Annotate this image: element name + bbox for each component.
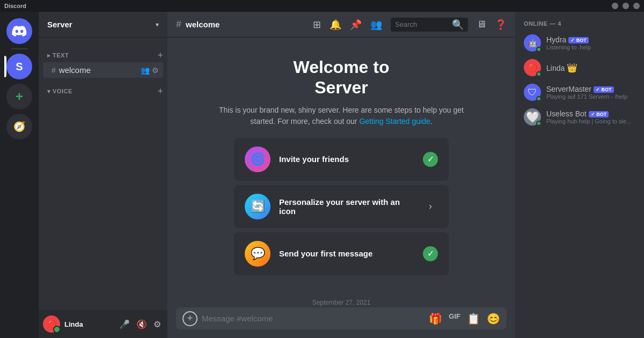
personalize-task-arrow: › bbox=[423, 199, 438, 214]
voice-category: ▾ VOICE + bbox=[39, 78, 167, 98]
add-voice-channel-button[interactable]: + bbox=[157, 86, 163, 96]
search-box[interactable]: 🔍 bbox=[391, 18, 468, 32]
online-dot bbox=[536, 47, 541, 52]
servermaster-online-dot bbox=[536, 96, 541, 101]
member-item-uselessbot[interactable]: 🤍 Useless Bot✓ BOT Playing hub help | Go… bbox=[519, 105, 640, 129]
channel-actions: 👥 ⚙ bbox=[141, 66, 159, 75]
message-task-label: Send your first message bbox=[279, 249, 414, 258]
titlebar: Discord bbox=[0, 0, 644, 12]
servermaster-status: Playing auf 171 Servern - /help bbox=[546, 93, 635, 100]
hydra-bot-badge: ✓ BOT bbox=[568, 37, 589, 43]
add-attachment-button[interactable]: + bbox=[182, 311, 197, 326]
channel-list: ▸ TEXT + # welcome 👥 ⚙ ▾ VOICE + bbox=[39, 38, 167, 310]
server-list: S + 🧭 bbox=[0, 12, 39, 338]
date-separator: September 27, 2021 bbox=[167, 299, 515, 306]
settings-icon[interactable]: ⚙ bbox=[152, 66, 159, 75]
channel-header: # welcome ⊞ 🔔 📌 👥 🔍 🖥 ❓ bbox=[167, 12, 515, 38]
close-button[interactable] bbox=[633, 3, 640, 9]
task-card-message[interactable]: 💬 Send your first message ✓ bbox=[234, 232, 449, 275]
invite-task-label: Invite your friends bbox=[279, 155, 414, 164]
username-display: Linda bbox=[64, 320, 83, 328]
linda-name: Linda👑 bbox=[546, 63, 635, 73]
linda-avatar: 🔴 bbox=[524, 59, 541, 76]
window-controls bbox=[612, 3, 640, 9]
header-icons: ⊞ 🔔 📌 👥 🔍 🖥 ❓ bbox=[313, 18, 507, 32]
channel-sidebar: Server ▾ ▸ TEXT + # welcome 👥 ⚙ ▾ VOICE … bbox=[39, 12, 167, 338]
welcome-title: Welcome toServer bbox=[294, 57, 390, 98]
servermaster-name: ServerMaster✓ BOT bbox=[546, 85, 635, 93]
linda-online-dot bbox=[536, 71, 541, 77]
server-s-button[interactable]: S bbox=[6, 54, 32, 79]
add-text-channel-button[interactable]: + bbox=[157, 50, 163, 60]
uselessbot-avatar: 🤍 bbox=[524, 108, 541, 126]
deafen-icon[interactable]: 🔇 bbox=[134, 317, 149, 332]
personalize-task-label: Personalize your server with an icon bbox=[279, 197, 414, 216]
hydra-status: Listening to .help bbox=[546, 44, 635, 50]
member-item-servermaster[interactable]: 🛡 ServerMaster✓ BOT Playing auf 171 Serv… bbox=[519, 80, 640, 104]
getting-started-link[interactable]: Getting Started guide bbox=[359, 117, 430, 126]
hash-icon: # bbox=[52, 66, 56, 75]
user-panel-icons: 🎤 🔇 ⚙ bbox=[117, 317, 163, 332]
discord-home-button[interactable] bbox=[6, 18, 32, 44]
server-name: Server bbox=[47, 20, 72, 29]
hash-header-icon: # bbox=[176, 19, 181, 30]
gif-button[interactable]: GIF bbox=[449, 312, 460, 325]
hydra-name: Hydra✓ BOT bbox=[546, 35, 635, 44]
linda-info: Linda👑 bbox=[546, 63, 635, 73]
members-sidebar: ONLINE — 4 🤖 Hydra✓ BOT Listening to .he… bbox=[515, 12, 644, 338]
add-member-icon[interactable]: 👥 bbox=[141, 66, 150, 75]
chevron-down-icon: ▾ bbox=[156, 21, 159, 28]
message-task-icon: 💬 bbox=[245, 241, 270, 267]
personalize-task-icon: 🔄 bbox=[245, 194, 270, 219]
task-card-invite[interactable]: 🌀 Invite your friends ✓ bbox=[234, 138, 449, 181]
search-input[interactable] bbox=[395, 20, 449, 28]
invite-task-status: ✓ bbox=[423, 152, 438, 167]
member-item-linda[interactable]: 🔴 Linda👑 bbox=[519, 56, 640, 79]
add-server-button[interactable]: + bbox=[6, 84, 32, 109]
user-panel: 🔴 Linda 🎤 🔇 ⚙ bbox=[39, 310, 167, 338]
text-category: ▸ TEXT + bbox=[39, 42, 167, 62]
channel-item-welcome[interactable]: # welcome 👥 ⚙ bbox=[43, 62, 163, 78]
main-content: # welcome ⊞ 🔔 📌 👥 🔍 🖥 ❓ Welcome toServer bbox=[167, 12, 515, 338]
maximize-button[interactable] bbox=[623, 3, 629, 9]
channel-header-name: welcome bbox=[186, 20, 219, 29]
hydra-info: Hydra✓ BOT Listening to .help bbox=[546, 35, 635, 50]
text-category-label: ▸ TEXT bbox=[47, 52, 69, 59]
servermaster-bot-badge: ✓ BOT bbox=[594, 86, 614, 93]
user-settings-icon[interactable]: ⚙ bbox=[151, 317, 163, 332]
member-item-hydra[interactable]: 🤖 Hydra✓ BOT Listening to .help bbox=[519, 31, 640, 55]
inbox-icon[interactable]: 🖥 bbox=[477, 19, 486, 30]
input-icons: 🎁 GIF 📋 😊 bbox=[429, 312, 500, 325]
uselessbot-online-dot bbox=[536, 121, 541, 126]
message-input-area: + 🎁 GIF 📋 😊 bbox=[167, 307, 515, 338]
discover-button[interactable]: 🧭 bbox=[6, 114, 32, 139]
gift-icon[interactable]: 🎁 bbox=[429, 312, 442, 325]
server-header[interactable]: Server ▾ bbox=[39, 12, 167, 38]
welcome-subtitle: This is your brand new, shiny server. He… bbox=[218, 105, 465, 127]
message-input[interactable] bbox=[202, 307, 425, 329]
emoji-icon[interactable]: 😊 bbox=[487, 312, 500, 325]
chat-area: Welcome toServer This is your brand new,… bbox=[167, 38, 515, 307]
help-icon[interactable]: ❓ bbox=[495, 19, 507, 31]
uselessbot-info: Useless Bot✓ BOT Playing hub help | Goin… bbox=[546, 109, 635, 124]
uselessbot-status: Playing hub help | Going to sle... bbox=[546, 118, 635, 124]
hydra-avatar: 🤖 bbox=[524, 34, 541, 52]
mute-icon[interactable]: 🎤 bbox=[117, 317, 132, 332]
minimize-button[interactable] bbox=[612, 3, 618, 9]
voice-category-label: ▾ VOICE bbox=[47, 88, 72, 95]
members-icon[interactable]: 👥 bbox=[370, 19, 382, 31]
sticker-icon[interactable]: 📋 bbox=[467, 312, 480, 325]
channel-name-welcome: welcome bbox=[59, 65, 91, 75]
app-body: S + 🧭 Server ▾ ▸ TEXT + # welcome 👥 ⚙ ▾ bbox=[0, 12, 644, 338]
server-divider bbox=[11, 48, 28, 49]
threads-icon[interactable]: ⊞ bbox=[313, 19, 321, 31]
message-task-status: ✓ bbox=[423, 246, 438, 261]
notifications-icon[interactable]: 🔔 bbox=[330, 19, 341, 31]
message-input-box: + 🎁 GIF 📋 😊 bbox=[176, 307, 507, 329]
servermaster-avatar: 🛡 bbox=[524, 84, 541, 101]
task-card-personalize[interactable]: 🔄 Personalize your server with an icon › bbox=[234, 185, 449, 228]
search-icon: 🔍 bbox=[452, 19, 464, 31]
pin-icon[interactable]: 📌 bbox=[350, 19, 362, 31]
online-count: ONLINE — 4 bbox=[519, 20, 640, 31]
welcome-section: Welcome toServer This is your brand new,… bbox=[167, 46, 515, 290]
